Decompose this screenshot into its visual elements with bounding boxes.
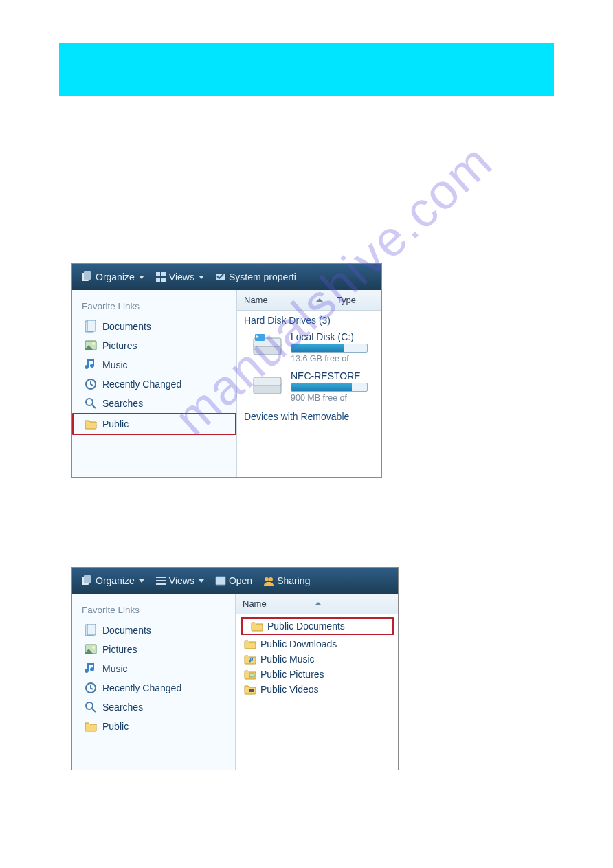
explorer-screenshot-2: Organize Views Open Sharing Favorite Lin…	[71, 567, 399, 770]
svg-rect-3	[161, 272, 166, 276]
svg-rect-5	[161, 278, 166, 282]
views-button[interactable]: Views	[151, 574, 208, 588]
recently-changed-label: Recently Changed	[102, 379, 181, 390]
folder-public-documents[interactable]: Public Documents	[241, 617, 394, 635]
sidebar-item-music[interactable]: Music	[72, 355, 236, 375]
sidebar-item-public[interactable]: Public	[72, 717, 235, 736]
drive-nec-restore[interactable]: NEC-RESTORE 900 MB free of	[237, 368, 381, 407]
chevron-down-icon	[139, 579, 144, 583]
chevron-down-icon	[139, 276, 144, 279]
pictures-label: Pictures	[102, 340, 137, 351]
sidebar-item-documents[interactable]: Documents	[72, 621, 235, 640]
svg-rect-17	[254, 377, 281, 386]
system-properties-icon	[215, 271, 226, 282]
public-folder-icon	[85, 720, 97, 733]
views-label: Views	[169, 575, 194, 586]
pictures-icon	[85, 643, 97, 656]
public-folder-icon	[85, 418, 97, 430]
recently-changed-icon	[85, 682, 97, 694]
group-removable-devices: Devices with Removable	[237, 407, 381, 425]
system-properties-button[interactable]: System properti	[211, 270, 300, 284]
organize-label: Organize	[96, 271, 135, 282]
column-headers[interactable]: Name Type	[237, 290, 381, 311]
sort-arrow-icon	[315, 602, 322, 605]
search-icon	[85, 397, 97, 410]
views-button[interactable]: Views	[151, 270, 208, 284]
search-icon	[85, 701, 97, 713]
sidebar-item-searches[interactable]: Searches	[72, 394, 236, 413]
column-headers[interactable]: Name	[236, 594, 398, 614]
group-hard-disks: Hard Disk Drives (3)	[237, 311, 381, 329]
favorites-header: Favorite Links	[72, 294, 236, 317]
views-icon	[155, 575, 166, 586]
searches-label: Searches	[102, 398, 143, 409]
sidebar-item-documents[interactable]: Documents	[72, 317, 236, 336]
column-name[interactable]: Name	[243, 599, 267, 609]
content-pane: Name Type Hard Disk Drives (3) Local Dis…	[237, 290, 381, 477]
folder-public-videos[interactable]: Public Videos	[236, 682, 398, 697]
music-folder-icon	[244, 654, 256, 665]
drive-free-text: 900 MB free of	[291, 393, 368, 403]
drive-local-disk-c[interactable]: Local Disk (C:) 13.6 GB free of	[237, 329, 381, 368]
favorites-pane: Favorite Links Documents Pictures Music …	[72, 594, 236, 770]
recently-changed-icon	[85, 378, 97, 390]
svg-point-10	[92, 342, 95, 345]
capacity-bar	[291, 344, 368, 353]
music-label: Music	[102, 663, 128, 674]
public-label: Public	[102, 721, 129, 732]
drive-icon	[251, 331, 284, 359]
folder-label: Public Downloads	[260, 638, 337, 649]
folder-public-downloads[interactable]: Public Downloads	[236, 636, 398, 652]
cyan-header-bar	[59, 43, 554, 96]
music-label: Music	[102, 359, 128, 370]
documents-icon	[85, 624, 97, 636]
explorer-screenshot-1: Organize Views System properti Favorite …	[71, 263, 382, 478]
videos-folder-icon	[244, 684, 256, 695]
svg-rect-21	[156, 580, 166, 581]
folder-label: Public Music	[260, 654, 315, 665]
toolbar: Organize Views Open Sharing	[72, 568, 398, 594]
capacity-bar	[291, 383, 368, 392]
svg-rect-20	[156, 577, 166, 578]
svg-rect-4	[156, 278, 160, 282]
chevron-down-icon	[199, 276, 204, 279]
folder-label: Public Pictures	[260, 669, 324, 680]
recently-changed-label: Recently Changed	[102, 682, 181, 693]
documents-label: Documents	[102, 625, 151, 636]
svg-rect-1	[84, 271, 91, 280]
organize-button[interactable]: Organize	[78, 270, 148, 284]
favorites-header: Favorite Links	[72, 598, 235, 621]
organize-button[interactable]: Organize	[78, 574, 148, 588]
sidebar-item-searches[interactable]: Searches	[72, 698, 235, 717]
sharing-button[interactable]: Sharing	[259, 574, 314, 588]
sidebar-item-music[interactable]: Music	[72, 659, 235, 678]
svg-rect-32	[249, 674, 254, 677]
pictures-folder-icon	[244, 669, 256, 680]
documents-label: Documents	[102, 321, 151, 332]
music-icon	[85, 359, 97, 371]
svg-rect-23	[216, 577, 225, 585]
views-label: Views	[169, 271, 194, 282]
drive-free-text: 13.6 GB free of	[291, 354, 368, 364]
music-icon	[85, 663, 97, 675]
svg-rect-27	[87, 624, 96, 635]
sidebar-item-pictures[interactable]: Pictures	[72, 640, 235, 659]
column-name[interactable]: Name	[244, 295, 268, 305]
folder-public-music[interactable]: Public Music	[236, 652, 398, 667]
drive-icon	[251, 370, 284, 398]
svg-point-29	[92, 646, 95, 649]
open-button[interactable]: Open	[211, 574, 256, 588]
column-type[interactable]: Type	[337, 295, 356, 305]
svg-rect-8	[87, 320, 96, 331]
sidebar-item-recently-changed[interactable]: Recently Changed	[72, 375, 236, 394]
sidebar-item-recently-changed[interactable]: Recently Changed	[72, 678, 235, 698]
public-label: Public	[102, 419, 129, 430]
searches-label: Searches	[102, 702, 143, 713]
folder-public-pictures[interactable]: Public Pictures	[236, 667, 398, 682]
folder-label: Public Documents	[267, 621, 345, 632]
sidebar-item-pictures[interactable]: Pictures	[72, 336, 236, 355]
sidebar-item-public[interactable]: Public	[72, 413, 236, 435]
open-label: Open	[229, 575, 252, 586]
toolbar: Organize Views System properti	[72, 264, 381, 290]
svg-point-24	[265, 577, 269, 581]
